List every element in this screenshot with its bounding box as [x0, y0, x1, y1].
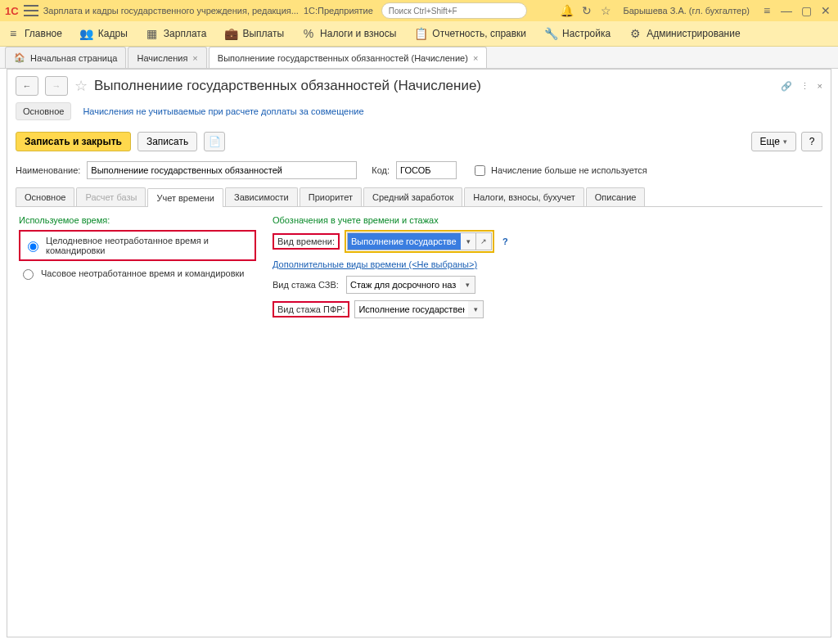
- percent-icon: %: [302, 27, 315, 40]
- pfr-row: Вид стажа ПФР: ▾: [273, 300, 508, 318]
- menu-label: Кадры: [98, 28, 128, 39]
- dop-vidy-link[interactable]: Дополнительные виды времени (<Не выбраны…: [273, 259, 477, 269]
- report-icon: 📋: [414, 27, 427, 40]
- tab-body: Используемое время: Целодневное неотрабо…: [7, 207, 831, 333]
- szv-input[interactable]: [346, 276, 460, 294]
- szv-combo[interactable]: ▾: [346, 276, 475, 294]
- menu-nalogi[interactable]: %Налоги и взносы: [302, 27, 396, 40]
- chip-osnovnoe[interactable]: Основное: [16, 102, 71, 120]
- global-search[interactable]: [381, 2, 527, 19]
- not-used-label: Начисление больше не используется: [491, 165, 647, 175]
- name-row: Наименование: Код: Начисление больше не …: [7, 156, 831, 184]
- tab-nachisleniya[interactable]: Начисления×: [128, 47, 206, 68]
- chevron-down-icon[interactable]: ▾: [468, 300, 484, 318]
- forward-button[interactable]: →: [45, 76, 68, 96]
- save-button[interactable]: Записать: [137, 132, 197, 151]
- chevron-down-icon[interactable]: ▾: [460, 276, 475, 294]
- radio1-wrap[interactable]: Целодневное неотработанное время и коман…: [24, 233, 251, 258]
- wrench-icon: 🔧: [544, 27, 557, 40]
- favorite-button[interactable]: ☆: [74, 77, 88, 95]
- more-button[interactable]: Еще: [751, 132, 796, 151]
- pfr-input[interactable]: [354, 300, 468, 318]
- history-icon[interactable]: ↻: [579, 3, 594, 18]
- maximize-icon[interactable]: ▢: [799, 3, 813, 18]
- left-section-title: Используемое время:: [19, 215, 256, 225]
- menu-label: Главное: [25, 28, 62, 39]
- back-button[interactable]: ←: [16, 76, 38, 96]
- document-tabs: 🏠Начальная страница Начисления× Выполнен…: [0, 47, 838, 69]
- pfr-combo[interactable]: ▾: [354, 300, 484, 318]
- close-page-icon[interactable]: ×: [818, 81, 822, 92]
- help-button[interactable]: ?: [801, 132, 822, 151]
- menu-admin[interactable]: ⚙Администрирование: [628, 27, 740, 40]
- close-icon[interactable]: ✕: [818, 3, 833, 18]
- close-icon[interactable]: ×: [473, 53, 478, 63]
- tab-current[interactable]: Выполнениие государственных обязанностей…: [209, 47, 488, 68]
- radio-daily[interactable]: [28, 241, 38, 252]
- itab-prioritet[interactable]: Приоритет: [300, 187, 362, 206]
- menu-label: Администрирование: [647, 28, 740, 39]
- gear-icon: ⚙: [628, 27, 642, 40]
- radio2-wrap[interactable]: Часовое неотработанное время и командиро…: [19, 264, 256, 282]
- tab-home[interactable]: 🏠Начальная страница: [5, 47, 126, 68]
- tab-label: Выполнениие государственных обязанностей…: [218, 53, 468, 63]
- radio2-label: Часовое неотработанное время и командиро…: [41, 268, 244, 278]
- search-input[interactable]: [381, 2, 527, 19]
- vid-vremeni-row: Вид времени: ▾ ↗ ?: [273, 230, 508, 253]
- not-used-checkbox[interactable]: [475, 165, 485, 176]
- vid-vremeni-combo[interactable]: ▾ ↗: [347, 232, 492, 250]
- menu-nastroika[interactable]: 🔧Настройка: [544, 27, 610, 40]
- menu-main[interactable]: ≡Главное: [7, 27, 62, 40]
- itab-zavisimosti[interactable]: Зависимости: [225, 187, 298, 206]
- main-menu: ≡Главное 👥Кадры ▦Зарплата 💼Выплаты %Нало…: [0, 21, 838, 47]
- user-name[interactable]: Барышева З.А. (гл. бухгалтер): [624, 6, 750, 16]
- settings-icon[interactable]: ≡: [759, 3, 774, 18]
- content-area: ← → ☆ Выполнениие государственных обязан…: [7, 69, 831, 637]
- vid-vremeni-input[interactable]: [347, 232, 461, 250]
- tab-label: Начисления: [137, 53, 187, 63]
- chevron-down-icon[interactable]: ▾: [461, 232, 476, 250]
- save-close-button[interactable]: Записать и закрыть: [16, 132, 131, 151]
- table-icon: ▦: [146, 27, 159, 40]
- name-label: Наименование:: [16, 165, 80, 175]
- more-icon[interactable]: ⋮: [800, 81, 809, 92]
- star-icon[interactable]: ☆: [599, 3, 614, 18]
- help-icon[interactable]: ?: [502, 236, 508, 246]
- command-bar: Записать и закрыть Записать 📄 Еще ?: [7, 127, 831, 156]
- radio-hourly[interactable]: [23, 269, 34, 280]
- menu-zarplata[interactable]: ▦Зарплата: [146, 27, 207, 40]
- link-nachisleniya[interactable]: Начисления не учитываемые при расчете до…: [83, 106, 363, 116]
- link-icon[interactable]: 🔗: [781, 81, 792, 92]
- szv-row: Вид стажа СЗВ: ▾: [273, 276, 508, 294]
- code-input[interactable]: [396, 161, 457, 179]
- code-label: Код:: [372, 165, 390, 175]
- menu-label: Зарплата: [164, 28, 207, 39]
- platform-title: 1С:Предприятие: [304, 6, 373, 16]
- itab-osnovnoe[interactable]: Основное: [16, 187, 74, 206]
- itab-sredniy[interactable]: Средний заработок: [363, 187, 462, 206]
- pfr-label: Вид стажа ПФР:: [273, 301, 349, 317]
- close-icon[interactable]: ×: [192, 53, 197, 63]
- bell-icon[interactable]: 🔔: [560, 3, 574, 18]
- not-used-checkbox-wrap[interactable]: Начисление больше не используется: [471, 163, 647, 178]
- name-input[interactable]: [87, 161, 357, 179]
- minimize-icon[interactable]: —: [779, 3, 794, 18]
- menu-label: Настройка: [562, 28, 610, 39]
- menu-icon[interactable]: [24, 5, 38, 16]
- itab-raschet[interactable]: Расчет базы: [76, 187, 146, 206]
- menu-label: Отчетность, справки: [432, 28, 526, 39]
- menu-label: Налоги и взносы: [320, 28, 396, 39]
- inner-tabs: Основное Расчет базы Учет времени Зависи…: [16, 187, 822, 207]
- menu-kadry[interactable]: 👥Кадры: [80, 27, 128, 40]
- itab-opisanie[interactable]: Описание: [586, 187, 646, 206]
- radio1-label: Целодневное неотработанное время и коман…: [46, 236, 251, 255]
- people-icon: 👥: [80, 27, 93, 40]
- itab-uchet[interactable]: Учет времени: [147, 188, 223, 207]
- document-button[interactable]: 📄: [204, 132, 225, 151]
- list-icon: ≡: [7, 27, 20, 40]
- menu-vyplaty[interactable]: 💼Выплаты: [224, 27, 284, 40]
- open-icon[interactable]: ↗: [476, 232, 492, 250]
- itab-nalogi[interactable]: Налоги, взносы, бухучет: [464, 187, 584, 206]
- menu-otchet[interactable]: 📋Отчетность, справки: [414, 27, 526, 40]
- szv-label: Вид стажа СЗВ:: [273, 280, 341, 290]
